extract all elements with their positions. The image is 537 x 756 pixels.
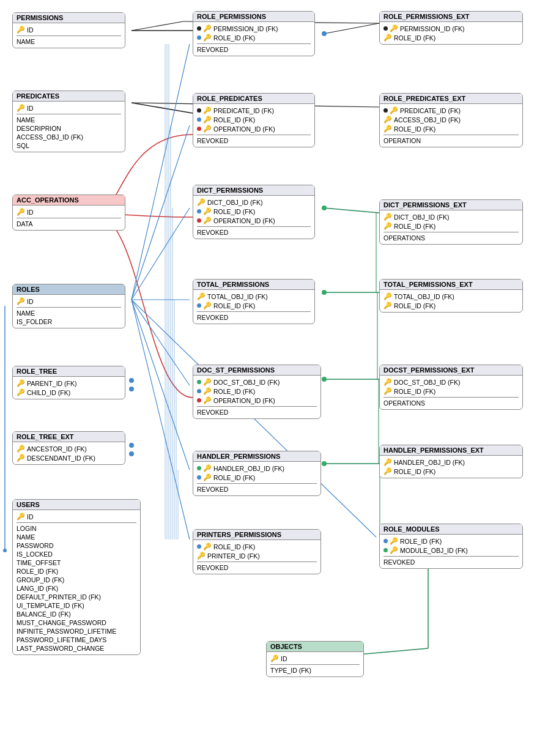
role-permissions-header: ROLE_PERMISSIONS	[193, 12, 314, 22]
doc-st-permissions-table: DOC_ST_PERMISSIONS 🔑 DOC_ST_OBJ_ID (FK) …	[193, 365, 321, 419]
dict-permissions-header: DICT_PERMISSIONS	[193, 185, 314, 196]
total-permissions-table: TOTAL_PERMISSIONS 🔑 TOTAL_OBJ_ID (FK) 🔑 …	[193, 279, 315, 324]
key-icon: 🔑	[390, 546, 398, 554]
green-dot	[197, 380, 201, 384]
key-icon: 🔑	[203, 125, 212, 133]
svg-point-16	[129, 387, 134, 391]
key-icon: 🔑	[383, 387, 392, 395]
svg-line-9	[131, 208, 190, 300]
key-icon: 🔑	[383, 222, 392, 230]
svg-line-8	[131, 125, 190, 300]
acc-operations-table: ACC_OPERATIONS 🔑 ID DATA	[12, 195, 125, 231]
blue-dot	[383, 539, 388, 543]
dict-permissions-ext-table: DICT_PERMISSIONS_EXT 🔑 DICT_OBJ_ID (FK) …	[379, 199, 523, 245]
key-icon: 🔑	[383, 116, 392, 124]
permissions-id-row: 🔑 ID	[17, 25, 121, 34]
handler-permissions-ext-table: HANDLER_PERMISSIONS_EXT 🔑 HANDLER_OBJ_ID…	[379, 445, 523, 478]
key-icon: 🔑	[17, 379, 25, 387]
diagram-container: PERMISSIONS 🔑 ID NAME PREDICATES 🔑 ID NA…	[0, 0, 537, 756]
printers-permissions-table: PRINTERS_PERMISSIONS 🔑 ROLE_ID (FK) 🔑 PR…	[193, 529, 321, 574]
black-dot	[197, 26, 201, 31]
key-icon: 🔑	[203, 34, 212, 42]
key-icon: 🔑	[17, 208, 25, 216]
permissions-table: PERMISSIONS 🔑 ID NAME	[12, 12, 125, 48]
total-permissions-ext-header: TOTAL_PERMISSIONS_EXT	[380, 280, 522, 290]
role-permissions-ext-table: ROLE_PERMISSIONS_EXT 🔑 PERMISSION_ID (FK…	[379, 11, 523, 45]
svg-line-3	[324, 23, 379, 34]
handler-permissions-header: HANDLER_PERMISSIONS	[193, 451, 320, 462]
svg-point-18	[129, 451, 134, 456]
svg-point-22	[322, 206, 327, 210]
permissions-header: PERMISSIONS	[13, 13, 125, 23]
role-permissions-ext-header: ROLE_PERMISSIONS_EXT	[380, 12, 522, 22]
svg-line-5	[131, 103, 193, 113]
total-permissions-header: TOTAL_PERMISSIONS	[193, 280, 314, 290]
key-icon: 🔑	[203, 543, 212, 550]
key-icon: 🔑	[383, 467, 392, 475]
key-icon: 🔑	[17, 26, 25, 34]
key-icon: 🔑	[197, 198, 206, 206]
blue-dot	[197, 389, 201, 393]
key-icon: 🔑	[390, 24, 398, 32]
key-icon: 🔑	[390, 537, 398, 545]
doc-st-permissions-header: DOC_ST_PERMISSIONS	[193, 365, 320, 376]
blue-dot	[197, 35, 201, 40]
red-dot	[197, 127, 201, 131]
svg-line-21	[324, 208, 379, 213]
role-predicates-header: ROLE_PREDICATES	[193, 94, 314, 104]
role-modules-header: ROLE_MODULES	[380, 524, 522, 535]
acc-operations-header: ACC_OPERATIONS	[13, 195, 125, 206]
key-icon: 🔑	[203, 24, 212, 32]
dict-permissions-ext-header: DICT_PERMISSIONS_EXT	[380, 200, 522, 210]
key-icon: 🔑	[197, 552, 206, 560]
key-icon: 🔑	[203, 473, 212, 481]
green-dot	[197, 466, 201, 470]
key-icon: 🔑	[17, 513, 25, 521]
key-icon: 🔑	[17, 297, 25, 305]
role-predicates-ext-header: ROLE_PREDICATES_EXT	[380, 94, 522, 104]
roles-table: ROLES 🔑 ID NAME IS_FOLDER	[12, 284, 125, 328]
key-icon: 🔑	[383, 125, 392, 133]
svg-line-11	[131, 300, 190, 385]
blue-dot	[197, 544, 201, 549]
objects-header: OBJECTS	[267, 642, 363, 652]
role-tree-ext-table: ROLE_TREE_EXT 🔑 ANCESTOR_ID (FK) 🔑 DESCE…	[12, 431, 125, 465]
svg-point-20	[3, 549, 7, 552]
black-dot	[383, 26, 388, 31]
docst-permissions-ext-header: DOCST_PERMISSIONS_EXT	[380, 365, 522, 376]
key-icon: 🔑	[383, 34, 392, 42]
black-dot	[383, 108, 388, 113]
permissions-name-row: NAME	[17, 37, 121, 46]
key-icon: 🔑	[203, 116, 212, 124]
black-dot	[197, 108, 201, 113]
svg-point-26	[322, 377, 327, 382]
key-icon: 🔑	[197, 292, 206, 300]
key-icon: 🔑	[203, 217, 212, 224]
svg-line-7	[131, 44, 190, 300]
role-permissions-table: ROLE_PERMISSIONS 🔑 PERMISSION_ID (FK) 🔑 …	[193, 11, 315, 56]
blue-dot	[197, 303, 201, 308]
blue-dot	[197, 209, 201, 213]
printers-permissions-header: PRINTERS_PERMISSIONS	[193, 530, 320, 540]
key-icon: 🔑	[383, 302, 392, 309]
role-tree-header: ROLE_TREE	[13, 366, 125, 377]
green-dot	[383, 548, 388, 552]
red-dot	[197, 218, 201, 223]
key-icon: 🔑	[383, 378, 392, 386]
docst-permissions-ext-table: DOCST_PERMISSIONS_EXT 🔑 DOC_ST_OBJ_ID (F…	[379, 365, 523, 410]
key-icon: 🔑	[270, 654, 279, 662]
handler-permissions-table: HANDLER_PERMISSIONS 🔑 HANDLER_OBJ_ID (FK…	[193, 451, 321, 496]
key-icon: 🔑	[383, 292, 392, 300]
predicates-header: PREDICATES	[13, 91, 125, 102]
key-icon: 🔑	[203, 464, 212, 472]
dict-permissions-table: DICT_PERMISSIONS 🔑 DICT_OBJ_ID (FK) 🔑 RO…	[193, 185, 315, 239]
total-permissions-ext-table: TOTAL_PERMISSIONS_EXT 🔑 TOTAL_OBJ_ID (FK…	[379, 279, 523, 313]
svg-point-24	[322, 290, 327, 295]
blue-dot	[197, 117, 201, 122]
key-icon: 🔑	[17, 454, 25, 462]
objects-table: OBJECTS 🔑 ID TYPE_ID (FK)	[266, 641, 364, 677]
predicates-table: PREDICATES 🔑 ID NAME DESCRIPRION ACCESS_…	[12, 91, 125, 152]
users-table: USERS 🔑 ID LOGIN NAME PASSWORD IS_LOCKED…	[12, 499, 141, 655]
role-tree-table: ROLE_TREE 🔑 PARENT_ID (FK) 🔑 CHILD_ID (F…	[12, 366, 125, 399]
key-icon: 🔑	[203, 396, 212, 404]
